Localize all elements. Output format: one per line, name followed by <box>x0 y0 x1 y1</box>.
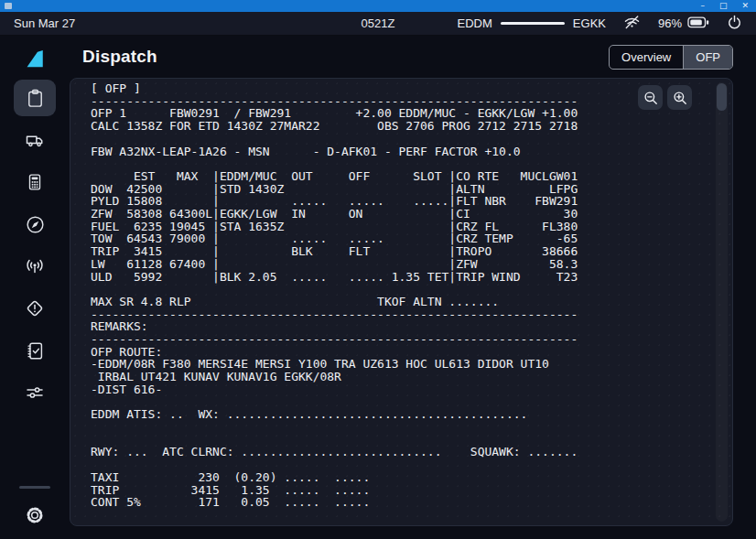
sidebar-item-ground[interactable] <box>14 122 56 158</box>
page-header: Dispatch Overview OFP <box>70 36 733 78</box>
window-titlebar: – □ ✕ <box>0 0 756 12</box>
sidebar-item-checklists[interactable] <box>14 332 56 369</box>
view-tab-switcher: Overview OFP <box>609 45 733 70</box>
status-date: Sun Mar 27 <box>14 16 75 30</box>
ofp-zoom-controls <box>638 85 692 110</box>
window-maximize-button[interactable]: □ <box>719 0 728 12</box>
battery-status: 96% <box>658 16 709 32</box>
calculator-icon <box>25 172 45 192</box>
hazard-diamond-icon <box>24 297 46 319</box>
wifi-off-icon <box>623 15 641 32</box>
ofp-panel: [ OFP ] --------------------------------… <box>70 78 733 526</box>
ofp-scrollbar-track[interactable] <box>716 82 728 522</box>
power-button[interactable] <box>727 15 742 33</box>
checklist-book-icon <box>25 340 46 361</box>
magnifier-minus-icon <box>643 90 659 106</box>
sidebar-item-performance[interactable] <box>14 164 56 200</box>
flypad-efb-window: – □ ✕ Sun Mar 27 0521Z EDDM EGKK <box>0 0 756 539</box>
zoom-out-button[interactable] <box>638 85 663 110</box>
truck-icon <box>24 129 46 151</box>
sidebar-item-failures[interactable] <box>14 290 56 327</box>
app-icon <box>5 3 12 9</box>
sliders-icon <box>24 382 46 404</box>
compass-icon <box>25 214 46 235</box>
main-content: Dispatch Overview OFP [ OFP ] ----------… <box>70 36 756 539</box>
ofp-text: [ OFP ] --------------------------------… <box>91 82 578 509</box>
sidebar-divider <box>19 486 50 489</box>
window-close-button[interactable]: ✕ <box>741 0 749 12</box>
route-origin: EDDM <box>458 16 492 30</box>
flybywire-logo <box>25 49 46 70</box>
sidebar-item-dispatch[interactable] <box>14 80 56 116</box>
route-destination: EGKK <box>573 16 606 30</box>
sidebar-nav <box>0 36 70 539</box>
magnifier-plus-icon <box>672 90 688 106</box>
window-minimize-button[interactable]: – <box>700 0 705 12</box>
ofp-scrollbar-thumb[interactable] <box>717 83 727 111</box>
battery-percent: 96% <box>658 16 682 30</box>
gear-icon <box>24 504 46 526</box>
sidebar-item-presets[interactable] <box>14 374 56 411</box>
clipboard-icon <box>25 88 46 109</box>
efb-status-bar: Sun Mar 27 0521Z EDDM EGKK 96% <box>0 12 756 36</box>
flight-route-indicator: EDDM EGKK <box>458 16 606 30</box>
broadcast-icon <box>24 255 46 277</box>
tab-ofp[interactable]: OFP <box>683 46 732 69</box>
zoom-in-button[interactable] <box>667 85 692 110</box>
sidebar-item-atc[interactable] <box>14 248 56 285</box>
sidebar-item-navigation[interactable] <box>14 206 56 243</box>
battery-icon <box>687 16 709 32</box>
sidebar-item-settings[interactable] <box>14 497 56 534</box>
page-title: Dispatch <box>82 47 157 67</box>
route-progress-line <box>501 22 565 25</box>
tab-overview[interactable]: Overview <box>610 46 683 69</box>
